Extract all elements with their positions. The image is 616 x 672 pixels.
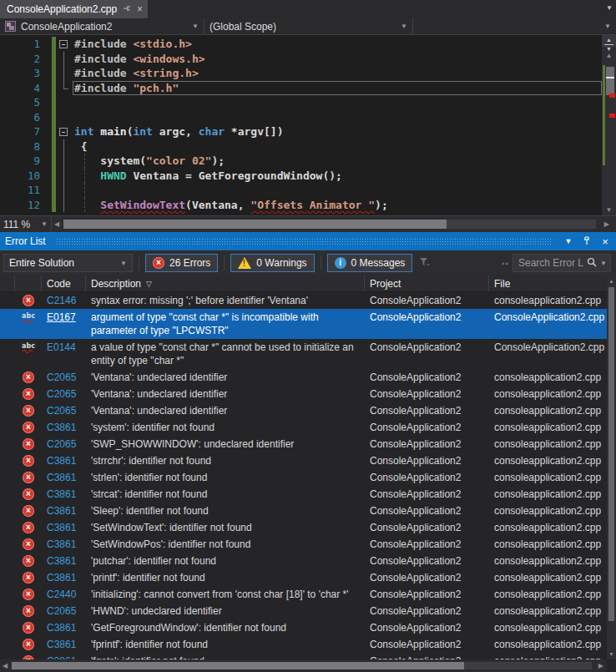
error-row[interactable]: ×C2065'Ventana': undeclared identifierCo…: [0, 402, 607, 419]
error-list-vertical-scrollbar[interactable]: ▲ ▼: [607, 275, 616, 659]
code-line[interactable]: 3#include <string.h>: [0, 66, 602, 81]
el-hscroll-track[interactable]: [12, 662, 592, 669]
code-line[interactable]: 4#include "pch.h": [0, 81, 602, 96]
document-list-chevron-icon[interactable]: ▼: [606, 4, 613, 12]
header-severity-column[interactable]: [15, 275, 42, 291]
messages-toggle-button[interactable]: i 0 Messages: [327, 254, 413, 272]
code-line[interactable]: 11: [0, 183, 602, 198]
error-code-link[interactable]: C3861: [42, 469, 86, 486]
code-line[interactable]: 9 system("color 02");: [0, 154, 602, 169]
header-project[interactable]: Project: [365, 275, 489, 291]
error-row[interactable]: ×C2146syntax error: missing ';' before i…: [0, 292, 607, 309]
error-row[interactable]: ×C3861'SetWindowPos': identifier not fou…: [0, 536, 607, 553]
error-code-link[interactable]: C2440: [42, 586, 86, 603]
search-box[interactable]: ▼: [512, 254, 611, 272]
project-dropdown[interactable]: ConsoleApplication2 ▼: [0, 18, 204, 34]
error-row[interactable]: ×C3861'fprintf': identifier not foundCon…: [0, 636, 607, 653]
scope-dropdown[interactable]: (Global Scope) ▼: [204, 18, 413, 34]
code-line[interactable]: 10 HWND Ventana = GetForegroundWindow();: [0, 169, 602, 184]
code-line[interactable]: 12 SetWindowText(Ventana, "Offsets Anima…: [0, 198, 602, 213]
zoom-dropdown[interactable]: 111 % ▼: [0, 216, 52, 232]
tab-consoleapplication2-cpp[interactable]: ConsoleApplication2.cpp ×: [0, 0, 148, 18]
error-row[interactable]: ×C2065'SWP_SHOWWINDOW': undeclared ident…: [0, 436, 607, 452]
error-code-link[interactable]: C3861: [42, 619, 86, 636]
close-icon[interactable]: ×: [137, 4, 143, 14]
error-code-link[interactable]: C3861: [42, 653, 86, 659]
error-row[interactable]: ×C3861'fgets': identifier not foundConso…: [0, 653, 607, 659]
hscroll-thumb[interactable]: [63, 220, 447, 229]
error-row[interactable]: ×C3861'strrchr': identifier not foundCon…: [0, 452, 607, 469]
error-code-link[interactable]: C2065: [42, 369, 86, 386]
scope-filter-dropdown[interactable]: Entire Solution ▼: [3, 254, 133, 272]
code-line[interactable]: 5: [0, 95, 602, 110]
error-row[interactable]: ×C2440'initializing': cannot convert fro…: [0, 586, 607, 603]
el-vscroll-thumb[interactable]: [608, 287, 614, 621]
errors-toggle-button[interactable]: × 26 Errors: [145, 254, 218, 272]
error-code-link[interactable]: C3861: [42, 569, 86, 586]
error-row[interactable]: ×C3861'strcat': identifier not foundCons…: [0, 486, 607, 503]
error-row[interactable]: ×C3861'system': identifier not foundCons…: [0, 419, 607, 436]
scroll-down-icon[interactable]: ▼: [607, 651, 616, 657]
error-code-link[interactable]: E0144: [42, 339, 86, 369]
error-row[interactable]: abcE0167argument of type "const char *" …: [0, 309, 607, 339]
code-editor[interactable]: 1#include <stdio.h>2#include <windows.h>…: [0, 35, 616, 215]
editor-vscroll-thumb[interactable]: [606, 67, 614, 95]
code-line[interactable]: 8 {: [0, 139, 602, 154]
error-list-horizontal-scrollbar[interactable]: ◀ ▶: [0, 659, 607, 672]
error-code-link[interactable]: C3861: [42, 419, 86, 436]
code-line[interactable]: 6: [0, 110, 602, 125]
error-code-link[interactable]: C2065: [42, 603, 86, 619]
header-description[interactable]: Description ▽: [86, 275, 365, 291]
header-code[interactable]: Code: [42, 275, 86, 291]
error-list-titlebar[interactable]: Error List ▼ ×: [0, 232, 616, 250]
error-code-link[interactable]: C3861: [42, 636, 86, 653]
error-code-link[interactable]: C3861: [42, 503, 86, 519]
code-line[interactable]: 2#include <windows.h>: [0, 52, 602, 67]
error-code-link[interactable]: C2065: [42, 402, 86, 419]
error-row[interactable]: ×C3861'SetWindowText': identifier not fo…: [0, 519, 607, 536]
hscroll-track[interactable]: [63, 220, 596, 229]
window-position-chevron-icon[interactable]: ▼: [563, 237, 574, 245]
error-row[interactable]: ×C3861'strlen': identifier not foundCons…: [0, 469, 607, 486]
pin-icon[interactable]: [123, 4, 131, 14]
error-code-link[interactable]: C3861: [42, 536, 86, 553]
error-code-link[interactable]: C3861: [42, 452, 86, 469]
member-dropdown[interactable]: ▼: [413, 18, 616, 34]
scroll-right-icon[interactable]: ▶: [598, 662, 603, 669]
scroll-up-icon[interactable]: ▲: [607, 278, 616, 284]
error-row[interactable]: ×C3861'Sleep': identifier not foundConso…: [0, 503, 607, 519]
search-icon[interactable]: [587, 257, 597, 269]
error-code-link[interactable]: C3861: [42, 553, 86, 569]
error-code-link[interactable]: C2065: [42, 386, 86, 402]
splitter-handle-icon[interactable]: ▲ ▼: [602, 35, 616, 48]
error-code-link[interactable]: C2065: [42, 436, 86, 452]
el-hscroll-thumb[interactable]: [12, 662, 464, 669]
error-row[interactable]: ×C3861'GetForegroundWindow': identifier …: [0, 619, 607, 636]
editor-vertical-scrollbar[interactable]: ▲ ▼ ▲ ▼: [602, 35, 616, 215]
error-code-link[interactable]: C3861: [42, 486, 86, 503]
error-code-link[interactable]: C2146: [42, 292, 86, 309]
scroll-left-icon[interactable]: ◀: [54, 220, 59, 228]
header-file[interactable]: File: [489, 275, 607, 291]
error-row[interactable]: ×C2065'Ventana': undeclared identifierCo…: [0, 386, 607, 402]
error-row[interactable]: ×C2065'HWND': undeclared identifierConso…: [0, 603, 607, 619]
fold-collapse-icon[interactable]: [59, 128, 68, 136]
chevron-down-icon[interactable]: ▼: [600, 260, 607, 267]
pin-icon[interactable]: [581, 236, 593, 247]
toolbar-overflow-grip[interactable]: ▪▪: [502, 259, 509, 268]
scroll-right-icon[interactable]: ▶: [604, 220, 609, 228]
scroll-up-icon[interactable]: ▲: [602, 52, 616, 59]
warnings-toggle-button[interactable]: 0 Warnings: [230, 254, 314, 272]
error-code-link[interactable]: C3861: [42, 519, 86, 536]
error-row[interactable]: abcE0144a value of type "const char *" c…: [0, 339, 607, 369]
fold-collapse-icon[interactable]: [59, 40, 68, 48]
error-row[interactable]: ×C3861'printf': identifier not foundCons…: [0, 569, 607, 586]
code-line[interactable]: 1#include <stdio.h>: [0, 37, 602, 52]
error-row[interactable]: ×C2065'Ventana': undeclared identifierCo…: [0, 369, 607, 386]
error-row[interactable]: ×C3861'putchar': identifier not foundCon…: [0, 553, 607, 569]
search-input[interactable]: [518, 257, 583, 269]
code-line[interactable]: 7int main(int argc, char *argv[]): [0, 124, 602, 139]
scroll-left-icon[interactable]: ◀: [3, 662, 8, 669]
close-icon[interactable]: ×: [599, 236, 611, 247]
editor-horizontal-scrollbar[interactable]: ◀ ▶: [52, 216, 616, 232]
